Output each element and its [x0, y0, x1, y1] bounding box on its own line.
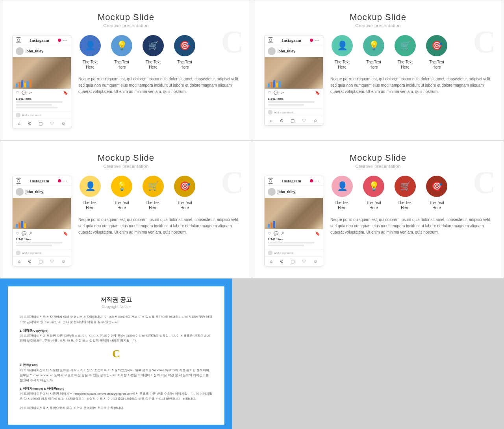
bookmark-icon-1: 🔖	[63, 91, 68, 95]
icon-circle-1-2: 💡	[111, 35, 132, 56]
slide-4-title: Mockup Slide	[264, 153, 492, 163]
comment-text-2: Add a comment...	[274, 111, 296, 114]
photo-2	[265, 57, 323, 89]
icon-circle-2-1: 👤	[332, 35, 353, 56]
slide-3-content: Instagram ··· john_titley	[12, 176, 240, 266]
user-row-2: john_titley	[265, 45, 323, 57]
phone-nav-1: ⌂ ⊙ ▢ ♡ ☺	[13, 119, 71, 128]
chart-2	[268, 78, 281, 87]
copyright-s1-body: 이 프레젠테이션에 포함된 모든 자료(텍스트, 이미지, 디자인, 레이아웃 …	[20, 334, 213, 344]
icon-item-3-2: 💡 The TextHere	[110, 176, 133, 210]
nav-home-3: ⌂	[18, 259, 20, 264]
nav-search-3: ⊙	[28, 259, 32, 264]
action-icons-4: ♡ 💬 ↗	[268, 231, 284, 236]
likes-4: 1,341 likes	[265, 238, 323, 241]
add-comment-4: Add a comment...	[265, 249, 323, 256]
icon-item-2-3: 🛒 The TextHere	[393, 35, 417, 70]
comment-icon-2: 💬	[274, 91, 278, 95]
nav-add-1: ▢	[39, 121, 43, 126]
share-icon-4: ↗	[281, 231, 284, 236]
icon-circle-4-3: 🛒	[395, 176, 416, 197]
nav-search-1: ⊙	[28, 121, 32, 126]
caption-2	[265, 100, 323, 108]
bar2	[271, 82, 272, 87]
nav-heart-4: ♡	[302, 259, 306, 264]
nav-home-1: ⌂	[18, 121, 20, 126]
add-comment-3: Add a comment...	[13, 249, 71, 256]
icon-label-1-2: The TextHere	[114, 59, 129, 70]
nav-profile-3: ☺	[61, 259, 65, 264]
right-content-2: 👤 The TextHere 💡 The TextHere 🛒 The Text…	[330, 35, 492, 95]
slides-grid: C Mockup Slide Creative presentation Ins…	[0, 0, 504, 279]
bookmark-icon-4: 🔖	[315, 231, 320, 236]
username-2: john_titley	[278, 49, 295, 53]
slide-1-content: Instagram ··· john_titley	[12, 35, 240, 128]
icon-label-2-4: The TextHere	[429, 59, 444, 70]
watermark-4: C	[473, 165, 496, 201]
photo-3	[13, 198, 71, 229]
body-text-3: Neque porro quisquam est, qui dolorem ip…	[78, 217, 240, 236]
phone-actions-3: ♡ 💬 ↗ 🔖	[13, 229, 71, 238]
icon-label-2-3: The TextHere	[398, 59, 413, 70]
photo-4	[265, 198, 323, 229]
bottom-row: 저작권 공고 Copyright Notice 이 프레젠테이션은 저작권법에 …	[0, 279, 504, 429]
icon-label-3-1: The TextHere	[83, 200, 98, 210]
right-content-3: 👤 The TextHere 💡 The TextHere 🛒 The Text…	[78, 176, 240, 236]
phone-mockup-4: Instagram ··· john_titley	[264, 176, 323, 266]
slide-3-subtitle: Creative presentation	[12, 164, 240, 169]
bar3	[273, 80, 275, 87]
icon-circle-4-2: 💡	[363, 176, 384, 197]
slide-1: C Mockup Slide Creative presentation Ins…	[0, 0, 252, 141]
action-icons-2: ♡ 💬 ↗	[268, 91, 284, 95]
nav-home-4: ⌂	[270, 259, 272, 264]
camera-icon-3	[16, 178, 21, 184]
icon-circle-2-2: 💡	[363, 35, 384, 56]
notif-dot-2	[310, 39, 313, 42]
menu-dots-3: ···	[63, 178, 68, 184]
caption-line2	[268, 104, 304, 106]
caption-1	[13, 100, 71, 111]
right-content-4: 👤 The TextHere 💡 The TextHere 🛒 The Text…	[330, 176, 492, 236]
slide-2-title: Mockup Slide	[264, 12, 492, 22]
user-row-1: john_titley	[13, 45, 71, 57]
slide-4: C Mockup Slide Creative presentation Ins…	[252, 141, 504, 279]
body-text-1: Neque porro quisquam est, qui dolorem ip…	[78, 76, 240, 95]
copyright-section-2: 2. 폰트(Font) 이 프레젠테이션에서 사용된 폰트는 각각의 라이선스 …	[20, 363, 213, 383]
icon-label-2-2: The TextHere	[366, 59, 381, 70]
nav-profile-1: ☺	[61, 121, 65, 126]
phone-nav-4: ⌂ ⊙ ▢ ♡ ☺	[265, 256, 323, 266]
share-icon-2: ↗	[281, 91, 284, 95]
nav-search-2: ⊙	[280, 118, 284, 123]
nav-home-2: ⌂	[270, 118, 272, 123]
phone-actions-4: ♡ 💬 ↗ 🔖	[265, 229, 323, 238]
avatar-2	[268, 47, 276, 55]
camera-icon-2	[268, 37, 273, 43]
icons-row-3: 👤 The TextHere 💡 The TextHere 🛒 The Text…	[78, 176, 240, 210]
menu-dots-2: ···	[315, 37, 320, 43]
nav-heart-2: ♡	[302, 118, 306, 123]
icon-item-1-1: 👤 The TextHere	[78, 35, 102, 70]
phone-header-4: Instagram ···	[265, 176, 323, 186]
bar1	[16, 84, 18, 87]
comment-avatar-3	[16, 251, 20, 255]
icon-item-1-2: 💡 The TextHere	[110, 35, 133, 70]
nav-add-4: ▢	[291, 259, 295, 264]
avatar-3	[16, 188, 24, 196]
copyright-s1-title: 1. 저작권(Copyright)	[20, 329, 213, 333]
icon-item-2-4: 🎯 The TextHere	[425, 35, 448, 70]
icon-item-2-2: 💡 The TextHere	[362, 35, 385, 70]
phone-mockup-3: Instagram ··· john_titley	[12, 176, 71, 266]
phone-mockup-1: Instagram ··· john_titley	[12, 35, 71, 128]
icons-row-2: 👤 The TextHere 💡 The TextHere 🛒 The Text…	[330, 35, 492, 70]
phone-header-3: Instagram ···	[13, 176, 71, 186]
watermark-2: C	[473, 24, 496, 60]
copyright-title-en: Copyright Notice	[20, 305, 213, 309]
slide-2-subtitle: Creative presentation	[264, 23, 492, 28]
menu-dots-1: ···	[63, 37, 68, 43]
bar1	[268, 84, 270, 87]
copyright-section-3: 3. 이미지(Image) & 아이콘(Icon) 이 프레젠테이션에서 사용된…	[20, 387, 213, 402]
slide-1-subtitle: Creative presentation	[12, 23, 240, 28]
copyright-inner: 저작권 공고 Copyright Notice 이 프레젠테이션은 저작권법에 …	[8, 286, 224, 425]
slide-2-content: Instagram ··· john_titley	[264, 35, 492, 126]
copyright-title-ko: 저작권 공고	[20, 296, 213, 304]
